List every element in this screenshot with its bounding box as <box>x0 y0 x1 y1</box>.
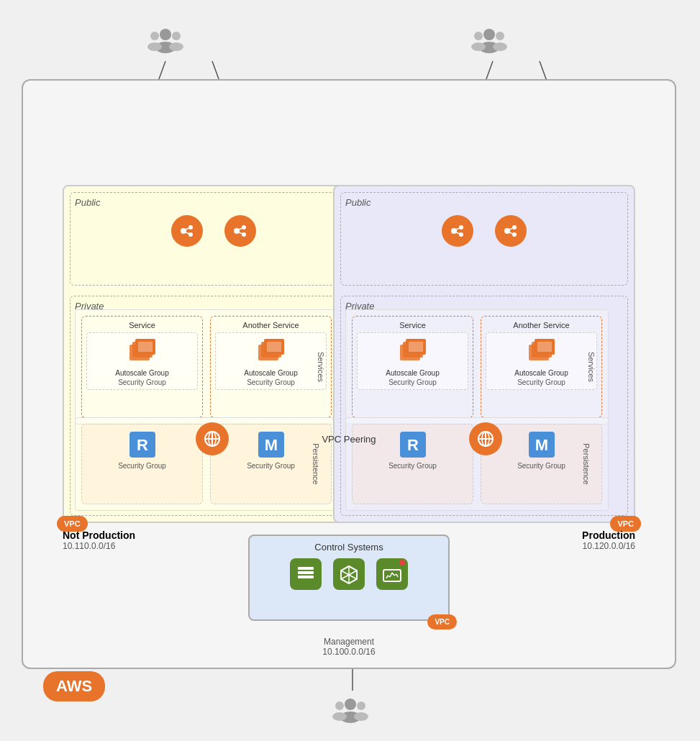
svg-rect-58 <box>409 342 423 352</box>
vpc-not-prod-label: Not Production <box>63 529 135 541</box>
rds-icon-left: R <box>127 429 158 460</box>
router-icon-left <box>196 422 229 455</box>
elb-circle-3 <box>442 215 473 247</box>
services-area-right: Service Autoscale Group Security Group <box>345 309 609 424</box>
vpc-prod: Public <box>333 185 635 523</box>
service-label-2-right: Another Service <box>513 321 569 329</box>
svg-point-15 <box>172 32 181 40</box>
elb-symbol-4 <box>501 222 520 240</box>
svg-text:M: M <box>264 436 277 454</box>
svg-rect-36 <box>138 342 153 352</box>
sg-label-1-right: Security Group <box>388 378 437 386</box>
router-symbol-left <box>202 429 222 449</box>
public-label-right: Public <box>345 197 623 208</box>
svg-point-91 <box>335 701 344 710</box>
sg-label-1-left: Security Group <box>118 378 166 386</box>
autoscale-text-1-right: Autoscale Group <box>386 369 440 377</box>
svg-line-48 <box>456 228 460 229</box>
elb-symbol-3 <box>448 222 467 240</box>
autoscale-box-2-right: Autoscale Group Security Group <box>486 332 597 390</box>
top-left-users <box>147 22 183 60</box>
svg-point-50 <box>504 228 510 234</box>
opsworks-icon <box>290 558 322 590</box>
cloudwatch-icon <box>376 558 408 590</box>
svg-point-11 <box>160 29 171 40</box>
public-section-left: Public <box>70 192 358 286</box>
svg-point-92 <box>332 712 347 721</box>
elb-icon-2 <box>224 215 256 247</box>
public-icons-right <box>345 215 623 247</box>
sg-label-cache-left: Security Group <box>247 462 295 470</box>
public-section-right: Public <box>340 192 628 286</box>
elb-circle-4 <box>495 215 527 247</box>
users-icon-left <box>147 22 183 58</box>
public-label-left: Public <box>75 197 353 208</box>
svg-point-51 <box>512 225 517 229</box>
control-systems-box: Control Systems <box>248 535 450 621</box>
service-box-1-left: Service Autoscale Group Security Group <box>81 316 203 418</box>
svg-rect-62 <box>537 342 552 352</box>
svg-line-85 <box>390 573 392 577</box>
persistence-side-label-left: Persistence <box>311 443 319 484</box>
router-left <box>196 422 229 455</box>
services-area-left: Service Autoscale Group Security Group <box>75 309 338 424</box>
top-right-users <box>471 22 507 60</box>
svg-line-26 <box>186 228 189 229</box>
svg-text:M: M <box>535 436 547 454</box>
opsworks-symbol <box>296 564 316 584</box>
elb-symbol-2 <box>231 222 250 240</box>
elb-icon-3 <box>442 215 473 247</box>
elb-icon-4 <box>495 215 527 247</box>
svg-point-21 <box>496 32 504 40</box>
svg-rect-77 <box>298 576 314 578</box>
vpc-prod-name-container: Production 10.120.0.0/16 <box>582 529 635 551</box>
svg-point-89 <box>345 699 356 710</box>
ec2-icon-2-right <box>526 336 558 368</box>
vpc-not-prod: Public <box>63 185 365 523</box>
svg-point-20 <box>471 42 486 51</box>
svg-rect-76 <box>298 571 314 574</box>
autoscale-box-2-left: Autoscale Group Security Group <box>215 332 327 390</box>
svg-point-46 <box>459 225 463 229</box>
svg-line-53 <box>509 228 513 229</box>
svg-line-88 <box>396 574 398 577</box>
cloudformation-symbol <box>339 564 359 584</box>
users-icon-right <box>471 22 507 58</box>
elasticache-icon-right: M <box>526 429 558 460</box>
service-box-1-right: Service Autoscale Group Security Group <box>352 316 473 418</box>
sg-label-rds-left: Security Group <box>118 462 166 470</box>
vpc-tag-management: VPC <box>427 614 457 629</box>
svg-point-17 <box>483 29 495 40</box>
svg-rect-82 <box>383 570 401 581</box>
services-side-label-left: Services <box>317 352 325 382</box>
svg-line-86 <box>392 573 394 576</box>
router-right <box>469 422 502 455</box>
sg-label-rds-right: Security Group <box>388 462 437 470</box>
svg-point-47 <box>459 232 463 237</box>
svg-line-49 <box>456 232 460 234</box>
management-vpc-label: Management 10.100.0.0/16 <box>322 637 375 657</box>
svg-text:R: R <box>137 436 148 454</box>
elb-symbol-1 <box>178 222 196 240</box>
vpc-not-prod-name: Not Production 10.110.0.0/16 <box>63 529 135 551</box>
svg-point-19 <box>474 32 483 40</box>
vpc-not-prod-cidr: 10.110.0.0/16 <box>63 541 135 551</box>
ec2-icon-1-right <box>397 336 429 368</box>
sg-label-2-left: Security Group <box>247 378 295 386</box>
svg-point-16 <box>169 42 183 51</box>
router-symbol-right <box>476 429 496 449</box>
svg-point-30 <box>242 232 246 237</box>
svg-point-52 <box>512 232 517 237</box>
sg-label-cache-right: Security Group <box>517 462 565 470</box>
elb-icon-1 <box>171 215 203 247</box>
aws-outer-box: Public <box>22 79 676 669</box>
service-label-1-left: Service <box>129 321 155 329</box>
svg-line-27 <box>186 232 189 234</box>
service-label-2-left: Another Service <box>242 321 299 329</box>
service-box-2-right: Another Service Autoscale Group Security… <box>481 316 602 418</box>
rds-icon-right: R <box>397 429 429 460</box>
aws-label: AWS <box>43 671 105 701</box>
svg-point-93 <box>357 701 365 710</box>
private-section-right: Private Service Autoscale Group <box>340 296 628 516</box>
vpc-peering-label: VPC Peering <box>322 434 376 445</box>
